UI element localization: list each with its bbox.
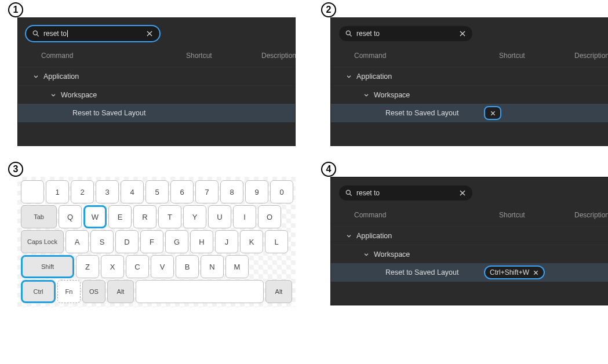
key-5[interactable]: 5 <box>145 180 169 203</box>
svg-line-11 <box>349 194 351 195</box>
key-capslock[interactable]: Caps Lock <box>21 230 64 253</box>
key-z[interactable]: Z <box>76 255 99 278</box>
keyboard-row-mods: Ctrl Fn OS Alt Alt <box>21 280 292 303</box>
header-command: Command <box>354 52 499 60</box>
chevron-down-icon <box>363 252 369 257</box>
svg-line-1 <box>37 34 38 36</box>
keyboard-row-asdf: Caps Lock A S D F G H J K L <box>21 230 292 253</box>
step-4: 4 reset to Command Shortcut Description … <box>325 165 608 307</box>
tree-row-application[interactable]: Application <box>18 67 295 85</box>
header-shortcut: Shortcut <box>499 211 574 219</box>
clear-search-icon[interactable] <box>145 30 154 38</box>
key-tab[interactable]: Tab <box>21 205 57 228</box>
key-f[interactable]: F <box>140 230 163 253</box>
close-icon <box>490 110 496 117</box>
key-u[interactable]: U <box>208 205 231 228</box>
search-text: reset to <box>356 189 458 197</box>
key-i[interactable]: I <box>233 205 256 228</box>
key-os[interactable]: OS <box>82 280 105 303</box>
header-command: Command <box>354 211 499 219</box>
tree-row-reset[interactable]: Reset to Saved Layout <box>331 104 608 122</box>
key-n[interactable]: N <box>201 255 224 278</box>
close-icon[interactable] <box>533 270 539 276</box>
key-k[interactable]: K <box>240 230 263 253</box>
key-9[interactable]: 9 <box>245 180 268 203</box>
key-6[interactable]: 6 <box>170 180 194 203</box>
key-g[interactable]: G <box>165 230 188 253</box>
shortcuts-panel: reset to Command Shortcut Description Ap… <box>330 177 608 305</box>
search-icon <box>345 30 353 38</box>
key-c[interactable]: C <box>126 255 149 278</box>
header-description: Description <box>574 211 608 219</box>
key-b[interactable]: B <box>176 255 199 278</box>
tree-row-reset[interactable]: Reset to Saved Layout <box>18 104 295 122</box>
key-x[interactable]: X <box>101 255 124 278</box>
key-v[interactable]: V <box>151 255 174 278</box>
key-space[interactable] <box>136 280 264 303</box>
key-e[interactable]: E <box>108 205 132 228</box>
key-7[interactable]: 7 <box>195 180 219 203</box>
tree-row-workspace[interactable]: Workspace <box>18 85 295 104</box>
tree-row-workspace[interactable]: Workspace <box>331 245 608 263</box>
keyboard-row-numbers: 1 2 3 4 5 6 7 8 9 0 <box>21 180 292 203</box>
search-text: reset to <box>356 30 458 38</box>
shortcuts-panel: reset to Command Shortcut Description Ap… <box>17 17 296 146</box>
key-0[interactable]: 0 <box>270 180 293 203</box>
key-t[interactable]: T <box>158 205 181 228</box>
search-input[interactable]: reset to <box>339 26 472 41</box>
step-2: 2 reset to Command Shortcut Description … <box>325 6 608 148</box>
column-headers: Command Shortcut Description <box>331 46 608 67</box>
column-headers: Command Shortcut Description <box>331 205 608 226</box>
key-y[interactable]: Y <box>183 205 206 228</box>
keyboard-row-zxcv: Shift Z X C V B N M <box>21 255 292 278</box>
header-command: Command <box>41 52 186 60</box>
key-a[interactable]: A <box>65 230 89 253</box>
step-3: 3 1 2 3 4 5 6 7 8 9 0 Tab Q W E R T <box>12 165 296 307</box>
key-w[interactable]: W <box>83 205 107 228</box>
key-alt[interactable]: Alt <box>107 280 134 303</box>
step-1: 1 reset to Command Shortcut Description … <box>12 6 296 148</box>
key-l[interactable]: L <box>265 230 288 253</box>
tree-row-application[interactable]: Application <box>331 226 608 245</box>
key-alt-right[interactable]: Alt <box>265 280 292 303</box>
shortcut-input-filled[interactable]: Ctrl+Shift+W <box>484 265 545 279</box>
tree-row-workspace[interactable]: Workspace <box>331 85 608 104</box>
search-icon <box>32 30 40 38</box>
shortcuts-panel: reset to Command Shortcut Description Ap… <box>330 17 608 146</box>
key-d[interactable]: D <box>115 230 139 253</box>
header-description: Description <box>261 52 296 60</box>
search-input[interactable]: reset to <box>26 26 159 41</box>
clear-search-icon[interactable] <box>458 30 467 38</box>
tree-row-reset[interactable]: Reset to Saved Layout Ctrl+Shift+W <box>331 263 608 282</box>
search-icon <box>345 189 353 197</box>
keyboard-row-qwerty: Tab Q W E R T Y U I O <box>21 205 292 228</box>
key-h[interactable]: H <box>190 230 213 253</box>
step-badge: 2 <box>321 2 336 17</box>
key-3[interactable]: 3 <box>96 180 119 203</box>
header-shortcut: Shortcut <box>499 52 574 60</box>
shortcut-input-empty[interactable] <box>484 106 501 120</box>
key-blank[interactable] <box>21 180 44 203</box>
key-s[interactable]: S <box>90 230 114 253</box>
key-o[interactable]: O <box>258 205 281 228</box>
key-shift[interactable]: Shift <box>21 255 74 278</box>
search-text: reset to <box>43 30 145 38</box>
key-q[interactable]: Q <box>59 205 82 228</box>
svg-point-0 <box>33 31 37 35</box>
key-4[interactable]: 4 <box>121 180 144 203</box>
key-ctrl[interactable]: Ctrl <box>21 280 56 303</box>
clear-search-icon[interactable] <box>458 189 467 197</box>
search-input[interactable]: reset to <box>339 185 472 201</box>
chevron-down-icon <box>33 74 39 79</box>
key-r[interactable]: R <box>133 205 156 228</box>
key-m[interactable]: M <box>225 255 249 278</box>
key-j[interactable]: J <box>215 230 238 253</box>
key-2[interactable]: 2 <box>71 180 94 203</box>
key-1[interactable]: 1 <box>46 180 69 203</box>
step-badge: 3 <box>8 162 23 177</box>
column-headers: Command Shortcut Description <box>18 46 295 67</box>
tree-row-application[interactable]: Application <box>331 67 608 85</box>
key-8[interactable]: 8 <box>220 180 243 203</box>
key-fn[interactable]: Fn <box>57 280 81 303</box>
header-description: Description <box>574 52 608 60</box>
